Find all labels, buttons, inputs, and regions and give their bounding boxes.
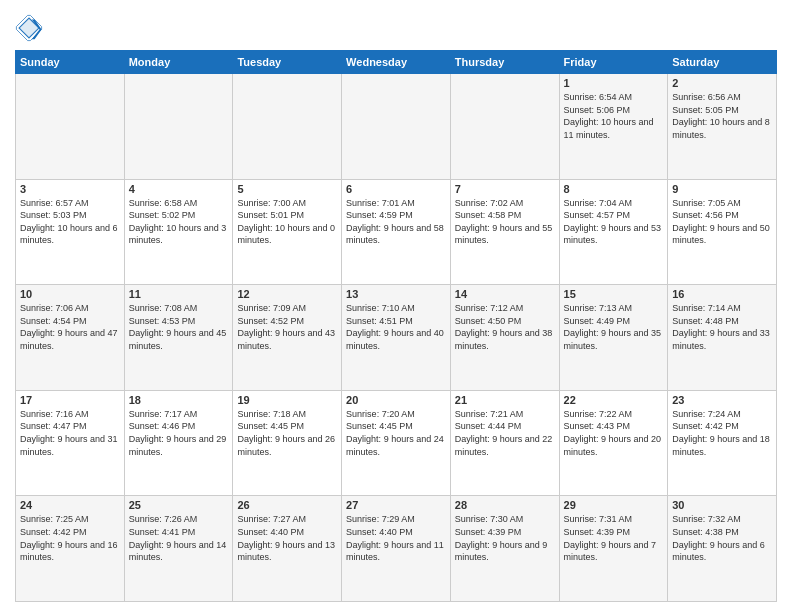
cell-info: Sunrise: 7:18 AM Sunset: 4:45 PM Dayligh… [237, 408, 337, 458]
day-number: 19 [237, 394, 337, 406]
calendar-cell: 18Sunrise: 7:17 AM Sunset: 4:46 PM Dayli… [124, 390, 233, 496]
page: SundayMondayTuesdayWednesdayThursdayFrid… [0, 0, 792, 612]
calendar-week-5: 24Sunrise: 7:25 AM Sunset: 4:42 PM Dayli… [16, 496, 777, 602]
day-number: 26 [237, 499, 337, 511]
cell-info: Sunrise: 7:16 AM Sunset: 4:47 PM Dayligh… [20, 408, 120, 458]
day-number: 9 [672, 183, 772, 195]
day-number: 18 [129, 394, 229, 406]
logo [15, 14, 47, 42]
weekday-header-wednesday: Wednesday [342, 51, 451, 74]
calendar-cell: 30Sunrise: 7:32 AM Sunset: 4:38 PM Dayli… [668, 496, 777, 602]
day-number: 3 [20, 183, 120, 195]
cell-info: Sunrise: 7:13 AM Sunset: 4:49 PM Dayligh… [564, 302, 664, 352]
cell-info: Sunrise: 7:14 AM Sunset: 4:48 PM Dayligh… [672, 302, 772, 352]
calendar-cell [16, 74, 125, 180]
calendar-cell: 25Sunrise: 7:26 AM Sunset: 4:41 PM Dayli… [124, 496, 233, 602]
calendar-cell: 5Sunrise: 7:00 AM Sunset: 5:01 PM Daylig… [233, 179, 342, 285]
cell-info: Sunrise: 7:22 AM Sunset: 4:43 PM Dayligh… [564, 408, 664, 458]
weekday-header-friday: Friday [559, 51, 668, 74]
header [15, 10, 777, 42]
weekday-header-sunday: Sunday [16, 51, 125, 74]
calendar-cell: 1Sunrise: 6:54 AM Sunset: 5:06 PM Daylig… [559, 74, 668, 180]
calendar-cell: 26Sunrise: 7:27 AM Sunset: 4:40 PM Dayli… [233, 496, 342, 602]
day-number: 16 [672, 288, 772, 300]
cell-info: Sunrise: 7:12 AM Sunset: 4:50 PM Dayligh… [455, 302, 555, 352]
day-number: 23 [672, 394, 772, 406]
cell-info: Sunrise: 7:10 AM Sunset: 4:51 PM Dayligh… [346, 302, 446, 352]
day-number: 12 [237, 288, 337, 300]
cell-info: Sunrise: 7:04 AM Sunset: 4:57 PM Dayligh… [564, 197, 664, 247]
calendar-cell: 9Sunrise: 7:05 AM Sunset: 4:56 PM Daylig… [668, 179, 777, 285]
calendar-cell: 14Sunrise: 7:12 AM Sunset: 4:50 PM Dayli… [450, 285, 559, 391]
cell-info: Sunrise: 7:02 AM Sunset: 4:58 PM Dayligh… [455, 197, 555, 247]
day-number: 5 [237, 183, 337, 195]
day-number: 20 [346, 394, 446, 406]
day-number: 10 [20, 288, 120, 300]
cell-info: Sunrise: 7:00 AM Sunset: 5:01 PM Dayligh… [237, 197, 337, 247]
cell-info: Sunrise: 7:24 AM Sunset: 4:42 PM Dayligh… [672, 408, 772, 458]
calendar-week-3: 10Sunrise: 7:06 AM Sunset: 4:54 PM Dayli… [16, 285, 777, 391]
calendar-cell: 24Sunrise: 7:25 AM Sunset: 4:42 PM Dayli… [16, 496, 125, 602]
cell-info: Sunrise: 7:17 AM Sunset: 4:46 PM Dayligh… [129, 408, 229, 458]
calendar-week-2: 3Sunrise: 6:57 AM Sunset: 5:03 PM Daylig… [16, 179, 777, 285]
cell-info: Sunrise: 6:54 AM Sunset: 5:06 PM Dayligh… [564, 91, 664, 141]
calendar-cell: 4Sunrise: 6:58 AM Sunset: 5:02 PM Daylig… [124, 179, 233, 285]
cell-info: Sunrise: 7:05 AM Sunset: 4:56 PM Dayligh… [672, 197, 772, 247]
weekday-row: SundayMondayTuesdayWednesdayThursdayFrid… [16, 51, 777, 74]
day-number: 24 [20, 499, 120, 511]
calendar-cell: 13Sunrise: 7:10 AM Sunset: 4:51 PM Dayli… [342, 285, 451, 391]
calendar-cell [450, 74, 559, 180]
cell-info: Sunrise: 7:29 AM Sunset: 4:40 PM Dayligh… [346, 513, 446, 563]
day-number: 27 [346, 499, 446, 511]
calendar-week-1: 1Sunrise: 6:54 AM Sunset: 5:06 PM Daylig… [16, 74, 777, 180]
cell-info: Sunrise: 6:57 AM Sunset: 5:03 PM Dayligh… [20, 197, 120, 247]
calendar-cell: 3Sunrise: 6:57 AM Sunset: 5:03 PM Daylig… [16, 179, 125, 285]
calendar-header: SundayMondayTuesdayWednesdayThursdayFrid… [16, 51, 777, 74]
day-number: 2 [672, 77, 772, 89]
cell-info: Sunrise: 7:31 AM Sunset: 4:39 PM Dayligh… [564, 513, 664, 563]
calendar-cell [233, 74, 342, 180]
calendar-cell: 19Sunrise: 7:18 AM Sunset: 4:45 PM Dayli… [233, 390, 342, 496]
cell-info: Sunrise: 7:09 AM Sunset: 4:52 PM Dayligh… [237, 302, 337, 352]
calendar-cell: 12Sunrise: 7:09 AM Sunset: 4:52 PM Dayli… [233, 285, 342, 391]
calendar-table: SundayMondayTuesdayWednesdayThursdayFrid… [15, 50, 777, 602]
cell-info: Sunrise: 7:26 AM Sunset: 4:41 PM Dayligh… [129, 513, 229, 563]
calendar-cell: 8Sunrise: 7:04 AM Sunset: 4:57 PM Daylig… [559, 179, 668, 285]
calendar-cell: 27Sunrise: 7:29 AM Sunset: 4:40 PM Dayli… [342, 496, 451, 602]
day-number: 4 [129, 183, 229, 195]
cell-info: Sunrise: 7:20 AM Sunset: 4:45 PM Dayligh… [346, 408, 446, 458]
cell-info: Sunrise: 7:08 AM Sunset: 4:53 PM Dayligh… [129, 302, 229, 352]
calendar-cell: 2Sunrise: 6:56 AM Sunset: 5:05 PM Daylig… [668, 74, 777, 180]
calendar-cell: 21Sunrise: 7:21 AM Sunset: 4:44 PM Dayli… [450, 390, 559, 496]
cell-info: Sunrise: 7:21 AM Sunset: 4:44 PM Dayligh… [455, 408, 555, 458]
weekday-header-monday: Monday [124, 51, 233, 74]
calendar-cell: 22Sunrise: 7:22 AM Sunset: 4:43 PM Dayli… [559, 390, 668, 496]
calendar-cell: 7Sunrise: 7:02 AM Sunset: 4:58 PM Daylig… [450, 179, 559, 285]
day-number: 21 [455, 394, 555, 406]
day-number: 29 [564, 499, 664, 511]
day-number: 1 [564, 77, 664, 89]
cell-info: Sunrise: 7:30 AM Sunset: 4:39 PM Dayligh… [455, 513, 555, 563]
calendar-cell: 29Sunrise: 7:31 AM Sunset: 4:39 PM Dayli… [559, 496, 668, 602]
day-number: 30 [672, 499, 772, 511]
day-number: 6 [346, 183, 446, 195]
weekday-header-thursday: Thursday [450, 51, 559, 74]
weekday-header-tuesday: Tuesday [233, 51, 342, 74]
calendar-body: 1Sunrise: 6:54 AM Sunset: 5:06 PM Daylig… [16, 74, 777, 602]
weekday-header-saturday: Saturday [668, 51, 777, 74]
cell-info: Sunrise: 7:01 AM Sunset: 4:59 PM Dayligh… [346, 197, 446, 247]
day-number: 15 [564, 288, 664, 300]
cell-info: Sunrise: 6:58 AM Sunset: 5:02 PM Dayligh… [129, 197, 229, 247]
day-number: 8 [564, 183, 664, 195]
day-number: 17 [20, 394, 120, 406]
day-number: 11 [129, 288, 229, 300]
calendar-cell: 17Sunrise: 7:16 AM Sunset: 4:47 PM Dayli… [16, 390, 125, 496]
calendar-cell: 16Sunrise: 7:14 AM Sunset: 4:48 PM Dayli… [668, 285, 777, 391]
cell-info: Sunrise: 7:32 AM Sunset: 4:38 PM Dayligh… [672, 513, 772, 563]
cell-info: Sunrise: 7:27 AM Sunset: 4:40 PM Dayligh… [237, 513, 337, 563]
calendar-cell [124, 74, 233, 180]
cell-info: Sunrise: 6:56 AM Sunset: 5:05 PM Dayligh… [672, 91, 772, 141]
calendar-cell: 11Sunrise: 7:08 AM Sunset: 4:53 PM Dayli… [124, 285, 233, 391]
calendar-cell [342, 74, 451, 180]
calendar-cell: 6Sunrise: 7:01 AM Sunset: 4:59 PM Daylig… [342, 179, 451, 285]
